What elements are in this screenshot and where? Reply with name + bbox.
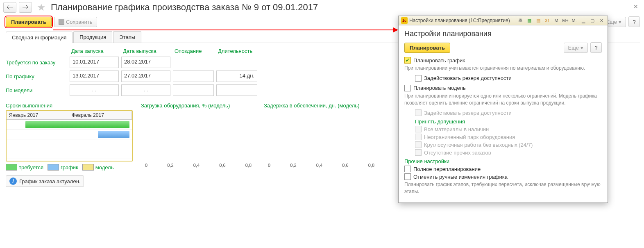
schedule-delay[interactable] bbox=[173, 71, 214, 82]
chk-use-reserve-label: Задействовать резерв доступности bbox=[424, 75, 512, 81]
other-desc: Планировать график этапов, требующих пер… bbox=[404, 181, 602, 195]
help-button[interactable]: ? bbox=[628, 16, 640, 27]
plan-button[interactable]: Планировать bbox=[6, 17, 52, 27]
schedule-end[interactable]: 27.02.2017 bbox=[121, 71, 170, 82]
chk-use-reserve2 bbox=[415, 109, 422, 116]
legend-sw-schedule bbox=[48, 164, 59, 171]
full-replan-label: Полное перепланирование bbox=[413, 166, 481, 172]
m-plus-button[interactable]: M+ bbox=[562, 17, 569, 24]
tick: 0,2 bbox=[290, 163, 296, 168]
chk-use-reserve[interactable] bbox=[415, 75, 422, 82]
dialog-more-button[interactable]: Еще ▾ bbox=[564, 43, 588, 53]
dialog-more-label: Еще bbox=[568, 45, 579, 51]
save-label: Сохранить bbox=[66, 19, 93, 25]
asm-247-label: Круглосуточная работа без выходных (24/7… bbox=[424, 142, 533, 148]
other-settings-label: Прочие настройки bbox=[404, 158, 602, 164]
chk-use-reserve2-label: Задействовать резерв доступности bbox=[424, 110, 512, 116]
col-duration: Длительность bbox=[216, 47, 257, 55]
asm-noorders-label: Отсутствие прочих заказов bbox=[424, 150, 491, 156]
calendar-icon[interactable]: ▤ bbox=[535, 17, 542, 24]
model-delay[interactable] bbox=[173, 84, 214, 96]
tab-products[interactable]: Продукция bbox=[73, 31, 112, 43]
dialog-heading: Настройки планирования bbox=[404, 30, 602, 38]
favorite-star-icon[interactable]: ★ bbox=[37, 2, 46, 13]
schedule-start[interactable]: 13.02.2017 bbox=[70, 71, 119, 82]
maximize-icon[interactable]: ▢ bbox=[589, 17, 596, 24]
chevron-down-icon: ▾ bbox=[581, 45, 583, 51]
section-load: Загрузка оборудования, % (модель) bbox=[141, 102, 256, 109]
status-text: График заказа актуален. bbox=[19, 178, 80, 184]
gantt-chart[interactable]: Январь 2017 Февраль 2017 bbox=[6, 110, 133, 162]
tick: 0,8 bbox=[368, 163, 374, 168]
tab-stages[interactable]: Этапы bbox=[113, 31, 141, 43]
chk-asm-materials bbox=[415, 126, 422, 132]
model-duration[interactable] bbox=[216, 84, 257, 96]
nav-back-button[interactable]: 🡠 bbox=[3, 2, 16, 13]
tick: 0,8 bbox=[245, 163, 252, 168]
print-icon[interactable]: 🖶 bbox=[517, 17, 524, 24]
cancel-manual-label: Отменить ручные изменения графика bbox=[413, 174, 508, 180]
dialog-help-button[interactable]: ? bbox=[590, 42, 602, 53]
annotation-arrow-head bbox=[393, 27, 398, 32]
tick: 0 bbox=[268, 163, 270, 168]
gantt-col-jan: Январь 2017 bbox=[7, 111, 69, 119]
tab-summary[interactable]: Сводная информация bbox=[6, 32, 73, 43]
close-icon[interactable]: ✕ bbox=[633, 3, 638, 10]
model-start[interactable]: . . bbox=[70, 84, 119, 96]
gantt-col-feb: Февраль 2017 bbox=[69, 111, 132, 119]
col-start: Дата запуска bbox=[70, 47, 119, 55]
info-icon: i bbox=[9, 177, 17, 185]
row-model-label: По модели bbox=[6, 86, 67, 94]
app-logo-icon: 1c bbox=[401, 17, 408, 24]
section-deadlines: Сроки выполнения bbox=[6, 102, 133, 109]
chk-plan-schedule[interactable] bbox=[404, 57, 411, 64]
tick: 0,2 bbox=[167, 163, 173, 168]
legend-sw-model bbox=[82, 164, 94, 171]
col-end: Дата выпуска bbox=[121, 47, 170, 55]
nav-forward-button[interactable]: 🡢 bbox=[19, 2, 32, 13]
calendar2-icon[interactable]: 31 bbox=[544, 17, 551, 24]
dialog-plan-button[interactable]: Планировать bbox=[404, 43, 450, 53]
grid-icon[interactable]: ▦ bbox=[526, 17, 533, 24]
legend-sw-required bbox=[6, 164, 17, 171]
plan-schedule-desc: При планировании учитываются ограничения… bbox=[404, 65, 602, 72]
legend-schedule: график bbox=[61, 164, 78, 171]
col-delay: Опоздание bbox=[173, 47, 214, 55]
gantt-bar-required bbox=[25, 121, 129, 128]
legend-model: модель bbox=[95, 164, 114, 171]
m-minus-button[interactable]: M- bbox=[571, 17, 578, 24]
tick: 0 bbox=[145, 163, 147, 168]
required-end[interactable]: 28.02.2017 bbox=[121, 57, 170, 68]
asm-materials-label: Все материалы в наличии bbox=[424, 126, 489, 132]
delay-chart: 0 0,2 0,4 0,6 0,8 bbox=[264, 110, 379, 168]
chevron-down-icon: ▾ bbox=[619, 19, 621, 25]
schedule-duration[interactable]: 14 дн. bbox=[216, 71, 257, 82]
chk-asm-equipment bbox=[415, 134, 422, 140]
asm-equipment-label: Неограниченный парк оборудования bbox=[424, 134, 515, 140]
dialog-titlebar-text: Настройки планирования (1С:Предприятие) bbox=[409, 18, 515, 23]
tick: 0,4 bbox=[193, 163, 200, 168]
minimize-icon[interactable]: ▁ bbox=[580, 17, 587, 24]
tick: 0,6 bbox=[219, 163, 225, 168]
planning-settings-dialog: 1c Настройки планирования (1С:Предприяти… bbox=[398, 16, 608, 203]
model-end[interactable]: . . bbox=[121, 84, 170, 96]
annotation-arrow bbox=[53, 30, 396, 30]
page-title: Планирование графика производства заказа… bbox=[51, 2, 318, 13]
chk-plan-schedule-label: Планировать график bbox=[413, 57, 465, 64]
chk-asm-noorders bbox=[415, 149, 422, 156]
assumptions-label: Принять допущения bbox=[415, 118, 602, 125]
row-schedule-label: По графику bbox=[6, 73, 67, 80]
tick: 0,6 bbox=[342, 163, 348, 168]
dialog-close-icon[interactable]: ✕ bbox=[598, 17, 605, 24]
section-delay: Задержка в обеспечении, дн. (модель) bbox=[264, 102, 379, 109]
m-button[interactable]: M bbox=[553, 17, 560, 24]
chk-plan-model-label: Планировать модель bbox=[413, 85, 466, 91]
gantt-bar-schedule bbox=[98, 131, 129, 138]
chk-full-replan[interactable] bbox=[404, 166, 411, 172]
required-start[interactable]: 10.01.2017 bbox=[70, 57, 119, 68]
chk-cancel-manual[interactable] bbox=[404, 173, 411, 180]
chk-asm-247 bbox=[415, 141, 422, 148]
load-chart: 0 0,2 0,4 0,6 0,8 bbox=[141, 110, 256, 168]
save-button[interactable]: Сохранить bbox=[54, 17, 97, 27]
chk-plan-model[interactable] bbox=[404, 85, 411, 91]
